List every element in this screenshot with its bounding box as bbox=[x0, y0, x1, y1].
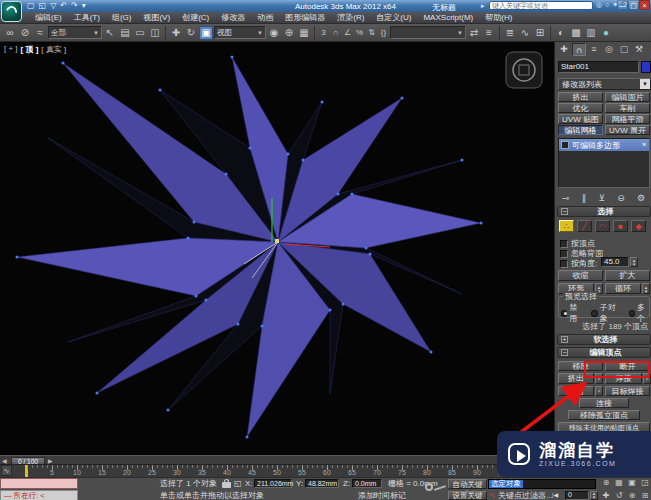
mirror-icon[interactable]: ⇄ bbox=[467, 26, 481, 40]
macro-recorder-field[interactable] bbox=[0, 478, 78, 489]
make-unique-icon[interactable]: ⊻ bbox=[598, 193, 605, 203]
zoom-icon[interactable]: ⊕ bbox=[600, 478, 612, 488]
select-and-rotate-icon[interactable]: ↻ bbox=[184, 26, 198, 40]
minimize-button[interactable]: — bbox=[617, 0, 628, 10]
coordinate-system-dropdown[interactable]: 视图 ▼ bbox=[214, 26, 266, 39]
layer-manager-icon[interactable]: ≣ bbox=[503, 26, 517, 40]
modifier-button-meshsmooth[interactable]: 网格平滑 bbox=[605, 114, 650, 124]
key-filters-button[interactable]: 关键点过滤器... bbox=[498, 490, 553, 500]
zoom-extents-icon[interactable]: ▣ bbox=[626, 478, 638, 488]
menu-graph-editors[interactable]: 图形编辑器 bbox=[280, 12, 330, 23]
loop-spinner[interactable]: ▴▾ bbox=[642, 283, 650, 294]
menu-edit[interactable]: 编辑(E) bbox=[30, 12, 67, 23]
vertex-subobject-icon[interactable]: ∴ bbox=[559, 220, 574, 232]
remove-isolated-vertices-button[interactable]: 移除孤立顶点 bbox=[568, 410, 640, 420]
pin-stack-icon[interactable]: ⊸ bbox=[562, 193, 570, 203]
menu-group[interactable]: 组(G) bbox=[107, 12, 137, 23]
render-setup-icon[interactable]: ▩ bbox=[569, 26, 583, 40]
menu-create[interactable]: 创建(C) bbox=[177, 12, 214, 23]
tab-utilities-icon[interactable]: ⚒ bbox=[632, 43, 646, 56]
spinner-snap-icon[interactable]: ⇅ bbox=[366, 26, 377, 40]
application-menu-button[interactable] bbox=[1, 1, 22, 22]
tab-modify-icon[interactable]: ∩ bbox=[572, 43, 586, 56]
unlink-selection-icon[interactable]: ⊘ bbox=[18, 26, 32, 40]
shrink-button[interactable]: 收缩 bbox=[558, 270, 603, 281]
select-and-link-icon[interactable]: ∞ bbox=[3, 26, 17, 40]
window-crossing-icon[interactable]: ◫ bbox=[148, 26, 162, 40]
selection-filter-dropdown[interactable]: 全部 ▼ bbox=[48, 26, 102, 39]
modifier-button-unwrap-uvw[interactable]: UVW 展开 bbox=[605, 125, 650, 135]
remove-modifier-icon[interactable]: ⊖ bbox=[617, 193, 625, 203]
add-time-tag-label[interactable]: 添加时间标记 bbox=[358, 490, 406, 500]
search-icon[interactable]: ○ bbox=[605, 1, 609, 9]
select-and-move-icon[interactable]: ✚ bbox=[169, 26, 183, 40]
menu-customize[interactable]: 自定义(U) bbox=[371, 12, 416, 23]
set-key-lock-icon[interactable] bbox=[425, 479, 447, 497]
angle-spinner[interactable]: ▴▾ bbox=[630, 257, 638, 267]
rollout-selection[interactable]: − 选择 bbox=[557, 206, 651, 217]
search-input[interactable] bbox=[489, 1, 593, 10]
modifier-list-dropdown[interactable]: 修改器列表 ▼ bbox=[558, 78, 651, 90]
infocenter-arrow-icon[interactable]: ▸ bbox=[481, 2, 485, 10]
pan-icon[interactable]: ✚ bbox=[600, 491, 612, 500]
modifier-button-edit-mesh[interactable]: 编辑网格 bbox=[558, 125, 603, 135]
ignore-backfacing-checkbox[interactable] bbox=[560, 250, 568, 258]
absolute-offset-toggle-icon[interactable]: ◱ bbox=[234, 478, 242, 489]
modifier-button-extrude[interactable]: 挤出 bbox=[558, 92, 603, 102]
modifier-button-optimize[interactable]: 优化 bbox=[558, 103, 603, 113]
named-selection-sets-icon[interactable]: {} bbox=[378, 26, 389, 40]
maximize-button[interactable]: ▢ bbox=[628, 0, 639, 10]
use-pivot-center-icon[interactable]: ◉ bbox=[267, 26, 281, 40]
menu-rendering[interactable]: 渲染(R) bbox=[332, 12, 369, 23]
menu-modifiers[interactable]: 修改器 bbox=[216, 12, 250, 23]
qat-dropdown-icon[interactable]: ▾ bbox=[82, 1, 86, 11]
configure-modifier-sets-icon[interactable]: ⚙ bbox=[637, 193, 645, 203]
grow-button[interactable]: 扩大 bbox=[605, 270, 650, 281]
border-subobject-icon[interactable]: ◠ bbox=[595, 220, 610, 232]
auto-key-button[interactable]: 自动关键点 bbox=[448, 479, 487, 489]
goto-start-icon[interactable]: |◀ bbox=[552, 490, 558, 500]
zoom-all-icon[interactable]: ▦ bbox=[613, 478, 625, 488]
chamfer-button[interactable]: 切角 bbox=[558, 386, 594, 396]
y-coordinate-field[interactable]: 48.82mm bbox=[305, 479, 339, 488]
menu-views[interactable]: 视图(V) bbox=[138, 12, 175, 23]
menu-tools[interactable]: 工具(T) bbox=[69, 12, 105, 23]
by-vertex-checkbox[interactable] bbox=[560, 240, 568, 248]
object-name-field[interactable]: Star001 bbox=[558, 61, 639, 73]
named-selection-dropdown[interactable]: ▼ bbox=[390, 26, 466, 39]
select-object-icon[interactable]: ↖ bbox=[103, 26, 117, 40]
tab-display-icon[interactable]: ▢ bbox=[617, 43, 631, 56]
show-end-result-icon[interactable]: ∥ bbox=[582, 193, 587, 203]
viewport-menu-plus[interactable]: [ + ] bbox=[4, 44, 18, 55]
viewport[interactable]: [ + ] [ 顶 ] [ 真实 ] bbox=[0, 42, 554, 455]
render-icon[interactable]: ● bbox=[599, 26, 613, 40]
close-button[interactable]: × bbox=[639, 0, 650, 10]
save-file-icon[interactable]: ▽ bbox=[50, 1, 56, 11]
maximize-viewport-icon[interactable]: ⊞ bbox=[639, 491, 651, 500]
curve-editor-icon[interactable]: ∿ bbox=[518, 26, 532, 40]
frame-back-icon[interactable]: ◀ bbox=[2, 457, 7, 464]
redo-icon[interactable]: ↷ bbox=[71, 1, 78, 11]
angle-snap-icon[interactable]: ∠ bbox=[342, 26, 353, 40]
rollout-soft-selection[interactable]: + 软选择 bbox=[557, 334, 651, 345]
element-subobject-icon[interactable]: ◆ bbox=[631, 220, 646, 232]
align-icon[interactable]: ≡ bbox=[482, 26, 496, 40]
z-coordinate-field[interactable]: 0.0mm bbox=[352, 479, 382, 488]
object-color-swatch[interactable] bbox=[641, 61, 651, 73]
open-file-icon[interactable]: ◱ bbox=[39, 1, 47, 11]
keyboard-override-icon[interactable]: ▦ bbox=[297, 26, 311, 40]
chamfer-settings-button[interactable]: ▫ bbox=[595, 386, 603, 396]
undo-icon[interactable]: ↶ bbox=[60, 1, 67, 11]
modifier-stack[interactable]: 可编辑多边形 ✶ bbox=[558, 138, 650, 188]
modifier-button-lathe[interactable]: 车削 bbox=[605, 103, 650, 113]
schematic-view-icon[interactable]: ⊞ bbox=[533, 26, 547, 40]
viewport-shading-label[interactable]: [ 真实 ] bbox=[41, 44, 66, 55]
field-of-view-icon[interactable]: ⊕ bbox=[626, 491, 638, 500]
selected-filter-dropdown[interactable]: 选定对象 bbox=[488, 479, 596, 489]
polygon-subobject-icon[interactable]: ■ bbox=[613, 220, 628, 232]
current-frame-field[interactable]: 0 bbox=[565, 491, 589, 500]
material-editor-icon[interactable]: ◐ bbox=[554, 26, 568, 40]
orbit-icon[interactable]: ↺ bbox=[613, 491, 625, 500]
communication-center-icon[interactable]: ◎ bbox=[596, 1, 602, 9]
select-by-name-icon[interactable]: ▤ bbox=[118, 26, 132, 40]
